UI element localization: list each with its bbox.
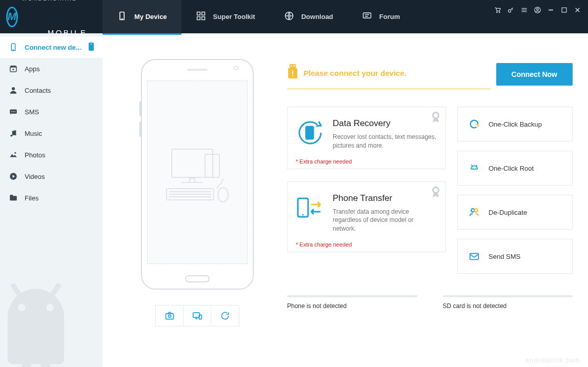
sms-icon [8, 107, 18, 116]
svg-point-62 [434, 113, 438, 117]
folder-icon [8, 193, 18, 202]
phone-storage-status: Phone is not detected [287, 295, 417, 310]
card-phone-transfer[interactable]: Phone Transfer Transfer data among devic… [287, 181, 446, 252]
phone-frame [141, 59, 254, 290]
photos-icon [8, 150, 18, 159]
nav-label: Download [301, 13, 333, 21]
sidebar-item-photos[interactable]: Photos [0, 144, 103, 166]
svg-rect-57 [294, 65, 295, 67]
sidebar-label: Music [25, 130, 42, 137]
sidebar-label: Apps [25, 65, 40, 73]
svg-point-17 [536, 8, 538, 10]
window-controls [493, 0, 588, 14]
refresh-button[interactable] [211, 305, 239, 326]
svg-rect-54 [199, 315, 201, 319]
svg-rect-4 [197, 17, 200, 20]
nav-download[interactable]: Download [270, 0, 348, 33]
account-icon[interactable] [533, 5, 542, 14]
svg-rect-3 [201, 12, 205, 15]
extra-charge-note: * Extra charge needed [296, 241, 437, 248]
logo-area: M WONDERSHARE MOBILEGO [0, 0, 103, 33]
svg-rect-63 [306, 127, 313, 139]
svg-rect-49 [166, 314, 173, 319]
brand-product-a: MOBILE [48, 28, 88, 38]
sidebar: Connect new de... Apps Contacts SMS Musi… [0, 33, 103, 367]
sd-storage-label: SD card is not detected [443, 302, 573, 310]
sidebar-item-connect[interactable]: Connect new de... [0, 36, 103, 58]
android-watermark-icon [0, 275, 92, 367]
svg-rect-60 [292, 75, 293, 76]
cart-icon[interactable] [493, 5, 502, 14]
sidebar-item-music[interactable]: Music [0, 123, 103, 144]
svg-point-37 [46, 304, 54, 312]
screenshot-button[interactable] [156, 305, 184, 326]
card-label: De-Duplicate [489, 209, 527, 216]
card-de-duplicate[interactable]: De-Duplicate [457, 195, 573, 230]
svg-point-48 [218, 188, 228, 202]
sidebar-label: SMS [25, 108, 39, 116]
svg-point-65 [434, 188, 438, 192]
svg-rect-7 [363, 13, 371, 18]
svg-point-34 [14, 152, 16, 154]
sidebar-item-sms[interactable]: SMS [0, 101, 103, 123]
phone-screen-placeholder [147, 80, 248, 264]
apps-icon [8, 64, 18, 73]
key-icon[interactable] [506, 5, 515, 14]
phone-storage-bar [287, 295, 417, 297]
sidebar-item-files[interactable]: Files [0, 187, 103, 209]
svg-point-71 [475, 168, 476, 169]
svg-point-12 [508, 9, 511, 12]
sidebar-item-apps[interactable]: Apps [0, 58, 103, 79]
envelope-icon [468, 251, 480, 262]
extra-charge-note: * Extra charge needed [296, 158, 437, 165]
svg-point-29 [11, 111, 12, 112]
sidebar-item-contacts[interactable]: Contacts [0, 79, 103, 101]
maximize-button[interactable] [559, 5, 569, 14]
premium-badge-icon [431, 111, 440, 124]
card-one-click-root[interactable]: One-Click Root [457, 151, 573, 186]
storage-status-row: Phone is not detected SD card is not det… [287, 295, 573, 310]
transfer-icon [296, 193, 325, 224]
header-bar: M WONDERSHARE MOBILEGO My Device Super T… [0, 0, 588, 33]
phone-storage-label: Phone is not detected [287, 302, 417, 310]
card-data-recovery[interactable]: Data Recovery Recover lost contacts, tex… [287, 107, 446, 169]
svg-point-67 [302, 214, 304, 215]
svg-point-33 [14, 133, 16, 135]
svg-point-31 [14, 111, 15, 112]
card-one-click-backup[interactable]: One-Click Backup [457, 107, 573, 141]
sidebar-item-videos[interactable]: Videos [0, 166, 103, 187]
nav-label: Super Toolkit [213, 13, 255, 21]
nav-my-device[interactable]: My Device [103, 0, 181, 33]
svg-rect-51 [193, 313, 199, 317]
connect-now-button[interactable]: Connect Now [496, 63, 573, 86]
mirror-button[interactable] [184, 305, 211, 326]
usb-warning-icon [287, 64, 298, 81]
globe-icon [284, 11, 294, 23]
sidebar-label: Connect new de... [25, 44, 82, 51]
close-button[interactable] [573, 5, 582, 14]
top-nav: My Device Super Toolkit Download Forum [103, 0, 493, 33]
sidebar-label: Files [25, 194, 38, 202]
card-label: Send SMS [489, 253, 520, 260]
banner-message: Please connect your device. [303, 69, 407, 77]
svg-point-10 [496, 12, 497, 13]
svg-point-11 [499, 12, 500, 13]
right-panel: Please connect your device. Connect Now … [287, 59, 573, 367]
root-icon [468, 162, 480, 174]
nav-forum[interactable]: Forum [348, 0, 414, 33]
minimize-button[interactable] [546, 5, 555, 14]
sidebar-label: Videos [25, 173, 45, 180]
phone-home-button [185, 275, 210, 282]
svg-rect-5 [201, 17, 205, 20]
contacts-icon [8, 86, 18, 95]
card-desc: Transfer data among device regardless of… [333, 208, 437, 233]
svg-point-70 [472, 168, 473, 169]
main-content: Please connect your device. Connect Now … [103, 33, 588, 367]
menu-icon[interactable] [519, 5, 529, 14]
card-send-sms[interactable]: Send SMS [457, 239, 573, 274]
nav-label: My Device [134, 13, 167, 21]
svg-point-26 [13, 69, 14, 70]
forum-icon [362, 11, 372, 23]
nav-super-toolkit[interactable]: Super Toolkit [181, 0, 270, 33]
phone-action-bar [155, 305, 239, 327]
